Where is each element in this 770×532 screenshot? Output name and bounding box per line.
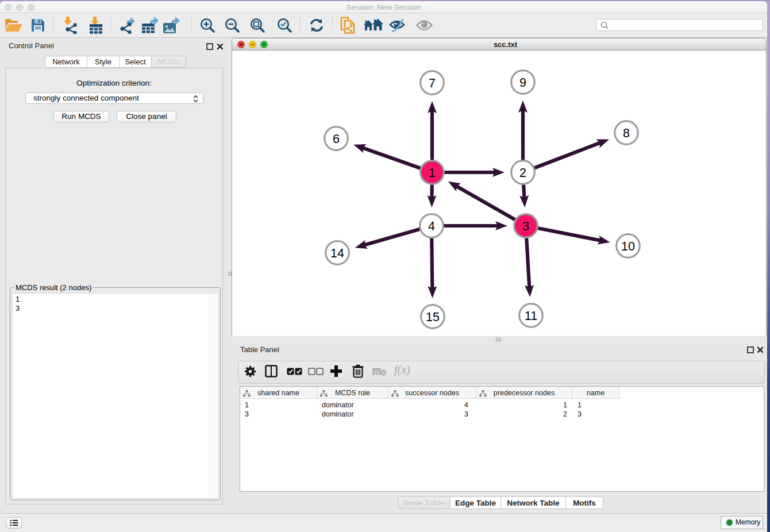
svg-text:1: 1 [429,166,436,180]
svg-text:2: 2 [519,166,526,180]
svg-text:3: 3 [522,219,529,233]
svg-text:10: 10 [621,240,635,253]
svg-text:9: 9 [519,76,526,90]
svg-text:4: 4 [428,219,435,233]
svg-text:15: 15 [426,310,440,324]
svg-text:7: 7 [429,76,436,90]
svg-text:14: 14 [330,246,344,260]
svg-text:6: 6 [333,132,340,146]
svg-text:11: 11 [525,309,537,323]
svg-text:8: 8 [623,126,630,140]
